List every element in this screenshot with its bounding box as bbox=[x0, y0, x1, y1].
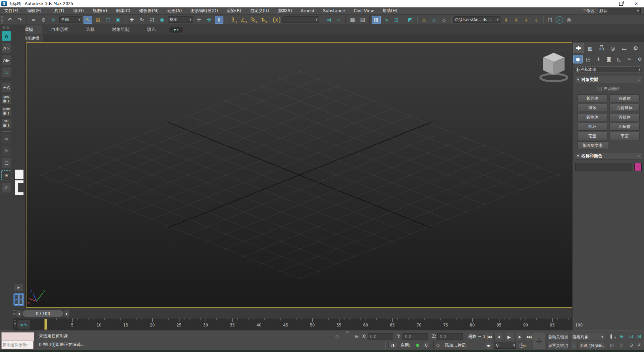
menu-创建c[interactable]: 创建(C) bbox=[111, 8, 135, 14]
selection-filter-dropdown[interactable]: 全部▼ bbox=[59, 16, 82, 23]
isolate-selection-toggle-icon[interactable]: ◇ bbox=[335, 334, 339, 339]
zoom-extents-icon[interactable]: ⊡ bbox=[629, 334, 633, 339]
ribbon-tab-自由形式[interactable]: 自由形式 bbox=[42, 25, 77, 34]
menu-脚本s[interactable]: 脚本(S) bbox=[273, 8, 297, 14]
mirror-icon[interactable]: ⋈ bbox=[324, 16, 333, 24]
next-frame-arrow[interactable]: ▶ bbox=[64, 310, 69, 317]
track-bar[interactable]: ≡∿ 0510152025303540455055606570758085909… bbox=[13, 318, 572, 331]
menu-动画a[interactable]: 动画(A) bbox=[163, 8, 186, 14]
reference-coordinate-system-dropdown[interactable]: 视图▼ bbox=[168, 16, 193, 23]
primitive-button-茶壶[interactable]: 茶壶 bbox=[577, 132, 607, 140]
scene-explorer-icon[interactable]: ▦ bbox=[348, 16, 357, 24]
current-frame-spinner[interactable]: 0▲▼ bbox=[494, 342, 516, 349]
primitive-button-圆柱体[interactable]: 圆柱体 bbox=[577, 113, 607, 121]
menu-文件f[interactable]: 文件(F) bbox=[0, 8, 23, 14]
primitive-button-管状体[interactable]: 管状体 bbox=[609, 113, 640, 121]
x-coordinate-field[interactable]: 0.0 bbox=[368, 333, 393, 340]
time-slider-drag-handle[interactable] bbox=[13, 310, 15, 317]
render-setup-icon[interactable]: ♨ bbox=[420, 16, 428, 24]
adaptive-degradation-icon[interactable]: ◑ bbox=[388, 342, 397, 349]
rollout-object-type[interactable]: ▼ 对象类型 ∷ bbox=[575, 76, 642, 83]
vol-map-icon[interactable]: vol▣+ bbox=[2, 119, 11, 128]
display-tab-icon[interactable]: ▭ bbox=[619, 43, 630, 53]
layout-expand-arrow[interactable]: ▶ bbox=[14, 284, 23, 291]
viewcube[interactable] bbox=[534, 45, 573, 86]
toolbar-drag-handle[interactable] bbox=[3, 27, 10, 29]
menu-工具t[interactable]: 工具(T) bbox=[46, 8, 69, 14]
viewport-layout-grid-button[interactable] bbox=[13, 293, 24, 306]
select-and-link-icon[interactable]: ∞ bbox=[29, 16, 38, 24]
autogrid-checkbox[interactable] bbox=[597, 87, 602, 91]
key-mode-toggle[interactable]: ◀▶ bbox=[485, 342, 492, 349]
key-filters-button[interactable]: 关键点过滤器.. bbox=[579, 342, 605, 349]
field-of-view-icon[interactable]: ▷ bbox=[610, 342, 614, 348]
transfer-icon[interactable]: ⇆ bbox=[2, 134, 11, 143]
select-and-move-icon[interactable]: ✚ bbox=[127, 16, 136, 24]
primitive-type-dropdown[interactable]: 标准基本体▼ bbox=[575, 66, 642, 73]
restore-button[interactable] bbox=[613, 0, 629, 7]
script-run-icon[interactable]: A▶ bbox=[2, 55, 11, 65]
shapes-category-icon[interactable]: ◳ bbox=[584, 55, 593, 63]
menu-修改器m[interactable]: 修改器(M) bbox=[135, 8, 163, 14]
play-button[interactable]: ▶ bbox=[504, 333, 514, 341]
auto-key-button[interactable]: 自动关键点 bbox=[547, 333, 569, 341]
default-tangent-icon[interactable]: ∴ bbox=[570, 342, 578, 349]
select-and-place-icon[interactable]: ◉ bbox=[158, 16, 166, 24]
project-folder-dropdown[interactable]: C:\Users\Ad…ds Max 2025▼ bbox=[453, 16, 500, 23]
menu-编辑e[interactable]: 编辑(E) bbox=[23, 8, 46, 14]
track-bar-drag-handle[interactable] bbox=[14, 320, 16, 327]
unlink-selection-icon[interactable]: ⊘ bbox=[39, 16, 48, 24]
absolute-mode-transform-icon[interactable]: ⊞ bbox=[355, 334, 359, 339]
object-name-input[interactable] bbox=[575, 163, 632, 171]
viewport-layout-tab-icon[interactable] bbox=[15, 180, 23, 195]
select-and-rotate-icon[interactable]: ↻ bbox=[138, 16, 146, 24]
light-group-icon[interactable]: ☀ bbox=[1, 170, 11, 180]
z-coordinate-field[interactable]: 0.0 bbox=[437, 333, 463, 340]
orbit-icon[interactable]: ⊙ bbox=[629, 342, 633, 348]
zoom-all-icon[interactable]: ⊞ bbox=[620, 334, 624, 339]
create-tab-icon[interactable]: ✚ bbox=[573, 43, 584, 53]
spacewarps-category-icon[interactable]: ≈ bbox=[625, 55, 634, 63]
primitive-button-圆环[interactable]: 圆环 bbox=[577, 123, 607, 131]
rectangular-selection-region-icon[interactable]: ▢ bbox=[104, 16, 112, 24]
menu-civil view[interactable]: Civil View bbox=[349, 8, 378, 14]
minimize-button[interactable]: — bbox=[598, 0, 613, 7]
close-button[interactable]: ✕ bbox=[629, 0, 644, 7]
selection-set-dropdown[interactable]: 选定对象▼ bbox=[570, 333, 605, 341]
script-listener-icon[interactable]: A⚡ bbox=[2, 43, 11, 53]
shapes-window-icon[interactable]: ◰ bbox=[2, 183, 11, 192]
maxscript-mini-listener-pink[interactable] bbox=[1, 332, 34, 341]
ribbon-tab-选择[interactable]: 选择 bbox=[77, 25, 103, 34]
bind-to-space-warp-icon[interactable]: ≋ bbox=[49, 16, 58, 24]
scene-explorer-a-icon[interactable]: A bbox=[2, 31, 11, 41]
light-lister-icon[interactable]: ☀A bbox=[2, 83, 11, 92]
window-crossing-icon[interactable]: ▣ bbox=[114, 16, 122, 24]
pan-hand-icon[interactable]: ☝ bbox=[620, 342, 623, 348]
align-icon[interactable]: ≡ bbox=[334, 16, 343, 24]
link-fbx-icon[interactable]: ⇓ bbox=[522, 16, 531, 24]
import-file-icon[interactable]: ⇓ bbox=[502, 16, 511, 24]
undo-icon[interactable]: ↶ bbox=[5, 16, 14, 24]
primitive-button-球体[interactable]: 球体 bbox=[577, 104, 607, 112]
y-coordinate-field[interactable]: 0.0 bbox=[402, 333, 428, 340]
next-frame-button[interactable]: |▶ bbox=[515, 333, 524, 341]
primitive-button-四棱锥[interactable]: 四棱锥 bbox=[609, 123, 640, 131]
link-autocad-icon[interactable]: ⇓ bbox=[512, 16, 521, 24]
menu-arnold[interactable]: Arnold bbox=[297, 8, 319, 14]
workspace-dropdown[interactable]: 默认▼ bbox=[598, 8, 641, 14]
object-color-swatch[interactable] bbox=[634, 163, 642, 171]
systems-category-icon[interactable]: ⚙ bbox=[635, 55, 644, 63]
viewport-layout-tab-icon[interactable] bbox=[15, 170, 23, 179]
menu-图形编辑器d[interactable]: 图形编辑器(D) bbox=[186, 8, 222, 14]
primitive-button-圆锥体[interactable]: 圆锥体 bbox=[609, 94, 640, 102]
use-pivot-point-center-icon[interactable]: ✛ bbox=[195, 16, 203, 24]
redo-icon[interactable]: ↷ bbox=[15, 16, 24, 24]
ribbon-tab-对象绘制[interactable]: 对象绘制 bbox=[103, 25, 138, 34]
menu-渲染r[interactable]: 渲染(R) bbox=[222, 8, 246, 14]
motion-tab-icon[interactable]: ◎ bbox=[607, 43, 618, 53]
recent-icon[interactable]: ◎ bbox=[565, 16, 573, 24]
time-slider-handle[interactable]: 0 / 100 bbox=[22, 310, 63, 317]
set-key-button[interactable]: 设置关键点 bbox=[547, 342, 569, 349]
select-and-manipulate-icon[interactable]: ✜ bbox=[205, 16, 213, 24]
menu-substance[interactable]: Substance bbox=[319, 8, 349, 14]
